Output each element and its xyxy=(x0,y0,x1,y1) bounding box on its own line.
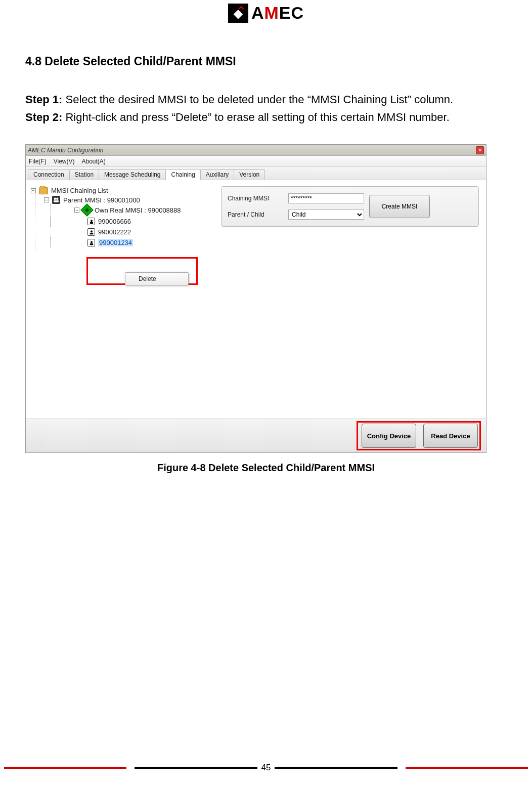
menubar: File(F) View(V) About(A) xyxy=(26,156,486,167)
step-1-label: Step 1: xyxy=(25,93,62,106)
step-1-text: Select the desired MMSI to be deleted un… xyxy=(62,93,453,106)
parent-child-label: Parent / Child xyxy=(228,211,283,218)
footer-bar-black-right xyxy=(275,767,397,769)
svg-rect-4 xyxy=(90,222,93,224)
tab-auxiliary[interactable]: Auxiliary xyxy=(200,169,234,180)
logo-text-m: M xyxy=(264,3,279,23)
footer-bar-red-right xyxy=(406,767,528,769)
app-window: AMEC Mando Configuration ✕ File(F) View(… xyxy=(25,144,486,453)
context-menu-delete[interactable]: Delete xyxy=(125,273,188,285)
logo-text-ec: EC xyxy=(279,3,304,23)
create-mmsi-button[interactable]: Create MMSI xyxy=(369,195,430,218)
window-titlebar: AMEC Mando Configuration ✕ xyxy=(26,145,486,156)
footer-bar-black-left xyxy=(135,767,257,769)
svg-point-7 xyxy=(91,241,93,243)
menu-view[interactable]: View(V) xyxy=(54,158,75,165)
tree-own-label[interactable]: Own Real MMSI : 990008888 xyxy=(95,206,181,214)
svg-rect-6 xyxy=(90,233,93,234)
collapse-icon[interactable]: − xyxy=(44,197,49,202)
config-device-button[interactable]: Config Device xyxy=(362,424,416,448)
create-mmsi-form: Chaining MMSI Create MMSI Parent / Child… xyxy=(221,186,479,227)
tree-child-1[interactable]: 990006666 xyxy=(98,218,131,225)
context-menu: Delete xyxy=(125,272,189,285)
svg-point-0 xyxy=(54,198,57,200)
people-icon xyxy=(52,196,60,204)
folder-icon xyxy=(39,187,48,194)
person-icon xyxy=(87,228,95,236)
page-footer: 45 xyxy=(0,763,532,773)
logo-mark-icon xyxy=(228,4,248,23)
plus-diamond-icon: + xyxy=(80,204,93,217)
person-icon xyxy=(87,218,95,225)
parent-child-select[interactable]: Child xyxy=(288,210,364,220)
person-icon xyxy=(87,239,95,246)
footer-bar-red-left xyxy=(4,767,126,769)
bottom-bar: Config Device Read Device xyxy=(26,419,486,452)
tree-panel: − MMSI Chaining List − xyxy=(26,180,214,419)
svg-rect-2 xyxy=(54,200,59,202)
svg-point-3 xyxy=(91,220,93,222)
tab-station[interactable]: Station xyxy=(69,169,99,180)
step-1: Step 1: Select the desired MMSI to be de… xyxy=(25,91,507,108)
chaining-mmsi-input[interactable] xyxy=(288,193,364,203)
form-panel: Chaining MMSI Create MMSI Parent / Child… xyxy=(214,180,486,419)
tab-message-scheduling[interactable]: Message Scheduling xyxy=(99,169,166,180)
brand-logo: AMEC xyxy=(228,3,304,23)
figure-caption: Figure 4-8 Delete Selected Child/Parent … xyxy=(25,462,507,474)
svg-rect-8 xyxy=(90,243,93,245)
svg-point-5 xyxy=(91,230,93,232)
logo-text-a: A xyxy=(251,3,264,23)
collapse-icon[interactable]: − xyxy=(31,188,36,193)
tab-connection[interactable]: Connection xyxy=(28,169,70,180)
collapse-icon[interactable]: − xyxy=(74,208,79,213)
menu-about[interactable]: About(A) xyxy=(81,158,105,165)
tree-root-label[interactable]: MMSI Chaining List xyxy=(51,187,108,194)
page-number: 45 xyxy=(261,763,271,773)
tab-chaining[interactable]: Chaining xyxy=(165,169,200,180)
svg-point-1 xyxy=(56,198,59,200)
step-2-label: Step 2: xyxy=(25,111,62,123)
step-2: Step 2: Right-click and press “Delete” t… xyxy=(25,108,507,126)
tree-parent-label[interactable]: Parent MMSI : 990001000 xyxy=(63,196,140,204)
step-2-text: Right-click and press “Delete” to erase … xyxy=(62,111,449,123)
window-title: AMEC Mando Configuration xyxy=(28,147,103,154)
tree-child-3-selected[interactable]: 990001234 xyxy=(98,239,133,246)
menu-file[interactable]: File(F) xyxy=(29,158,47,165)
read-device-button[interactable]: Read Device xyxy=(423,424,478,448)
chaining-mmsi-label: Chaining MMSI xyxy=(228,195,283,202)
tabstrip: Connection Station Message Scheduling Ch… xyxy=(26,167,486,180)
tree-child-2[interactable]: 990002222 xyxy=(98,228,131,236)
close-icon[interactable]: ✕ xyxy=(476,146,484,154)
tab-version[interactable]: Version xyxy=(234,169,265,180)
section-title: 4.8 Delete Selected Child/Parent MMSI xyxy=(25,55,507,68)
